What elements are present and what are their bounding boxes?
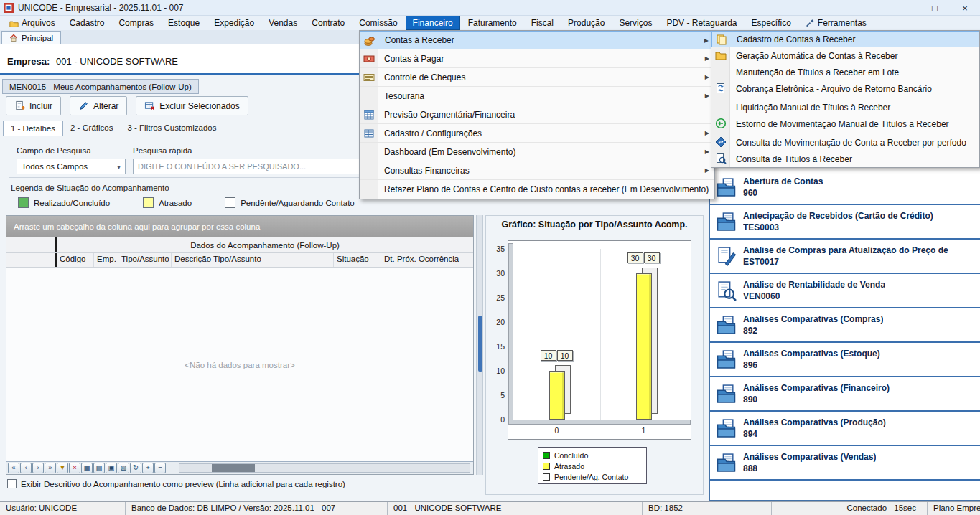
- maximize-button[interactable]: □: [920, 0, 950, 16]
- menu-contrato[interactable]: Contrato: [305, 16, 351, 30]
- menu-pdv-retaguarda[interactable]: PDV - Retaguarda: [660, 16, 743, 30]
- sidebar-item-comparativas-compras[interactable]: Análises Comparativas (Compras)892: [710, 308, 980, 343]
- tab-filtros-customizados[interactable]: 3 - Filtros Customizados: [120, 121, 223, 136]
- nav-first-button[interactable]: «: [8, 463, 19, 473]
- menu-expedicao[interactable]: Expedição: [207, 16, 261, 30]
- expand-button[interactable]: +: [142, 463, 154, 473]
- sidebar-item-comparativas-vendas[interactable]: Análises Comparativas (Vendas)888: [710, 446, 980, 481]
- menu-item-contas-a-receber[interactable]: Contas à Receber ▶: [360, 31, 714, 49]
- y-axis-tick: 25: [486, 293, 505, 302]
- close-button[interactable]: ×: [950, 0, 980, 16]
- grid-view-button[interactable]: ▦: [81, 463, 93, 473]
- menu-compras[interactable]: Compras: [112, 16, 160, 30]
- filter-button[interactable]: ▼: [57, 463, 68, 473]
- column-header-emp[interactable]: Emp.: [94, 253, 118, 267]
- column-header-situacao[interactable]: Situação: [334, 253, 381, 267]
- export-button[interactable]: ▧: [118, 463, 129, 473]
- sidebar-item-antecipacao-de-recebidos[interactable]: Antecipação de Recebidos (Cartão de Créd…: [710, 205, 980, 240]
- refresh-button[interactable]: ↻: [130, 463, 141, 473]
- submenu-item-estorno-movimentacao[interactable]: Estorno de Movimentação Manual de Título…: [711, 115, 979, 132]
- coins-icon: [364, 35, 375, 47]
- submenu-item-liquidacao-manual[interactable]: Liquidação Manual de Títulos à Receber: [711, 99, 979, 115]
- grid-body: <Não há dados para mostrar>: [6, 268, 473, 461]
- grid-corner: [6, 237, 57, 252]
- tab-principal[interactable]: Principal: [1, 31, 61, 44]
- menu-financeiro[interactable]: Financeiro: [406, 16, 460, 30]
- menu-fiscal[interactable]: Fiscal: [525, 16, 560, 30]
- menu-item-label: Estorno de Movimentação Manual de Título…: [736, 119, 949, 129]
- menu-arquivos[interactable]: Arquivos: [3, 16, 62, 30]
- program-title: Análises Comparativas (Estoque): [743, 349, 880, 359]
- nav-next-button[interactable]: ›: [32, 463, 44, 473]
- menu-faturamento[interactable]: Faturamento: [462, 16, 523, 30]
- menu-item-controle-de-cheques[interactable]: Controle de Cheques ▶: [360, 68, 714, 87]
- submenu-item-manutencao-titulos-lote[interactable]: Manutenção de Títulos a Receber em Lote: [711, 64, 979, 80]
- layout-button[interactable]: ▤: [93, 463, 105, 473]
- house-icon: [9, 34, 18, 42]
- program-title: Abertura de Contas: [743, 176, 823, 186]
- menu-item-previsao-orcamentaria[interactable]: Previsão Orçamentária/Financeira: [360, 105, 714, 124]
- sidebar-item-comparativas-financeiro[interactable]: Análises Comparativas (Financeiro)890: [710, 377, 980, 412]
- menu-item-contas-a-pagar[interactable]: Contas à Pagar ▶: [360, 49, 714, 68]
- menu-item-refazer-plano-de-contas[interactable]: Refazer Plano de Contas e Centro de Cust…: [360, 180, 714, 199]
- menu-item-label: Cadastro de Contas à Receber: [737, 34, 855, 44]
- sidebar-item-analise-de-compras[interactable]: Análise de Compras para Atualização do P…: [710, 240, 980, 274]
- collapse-button[interactable]: −: [154, 463, 166, 473]
- button-label: Incluir: [29, 101, 52, 111]
- submenu-item-geracao-automatica[interactable]: Geração Automática de Contas à Receber: [711, 47, 979, 64]
- sidebar-item-analise-rentabilidade[interactable]: Análise de Rentabilidade de VendaVEN0060: [710, 274, 980, 308]
- tab-graficos[interactable]: 2 - Gráficos: [63, 121, 120, 136]
- sidebar-item-abertura-de-contas[interactable]: Abertura de Contas960: [710, 171, 980, 205]
- menu-label: Ferramentas: [818, 18, 867, 28]
- minimize-button[interactable]: –: [890, 0, 920, 16]
- grid-band-title: Dados do Acompanhamento (Follow-Up): [57, 237, 473, 252]
- clear-filter-button[interactable]: ×: [69, 463, 80, 473]
- nav-last-button[interactable]: »: [45, 463, 56, 473]
- menu-item-consultas-financeiras[interactable]: Consultas Financeiras ▶: [360, 161, 714, 180]
- menu-servicos[interactable]: Serviços: [612, 16, 658, 30]
- submenu-item-consulta-titulos[interactable]: Consulta de Títulos à Receber: [711, 151, 979, 167]
- menu-cadastro[interactable]: Cadastro: [63, 16, 111, 30]
- column-header-descricao[interactable]: Descrição Tipo/Assunto: [172, 253, 334, 267]
- program-code: 896: [743, 360, 880, 370]
- status-plan: Plano Empres: [928, 502, 980, 515]
- nav-prior-button[interactable]: ‹: [20, 463, 32, 473]
- panel-splitter[interactable]: [476, 215, 483, 475]
- menu-producao[interactable]: Produção: [561, 16, 611, 30]
- alterar-button[interactable]: Alterar: [70, 96, 127, 115]
- sidebar-item-comparativas-producao[interactable]: Análises Comparativas (Produção)894: [710, 412, 980, 446]
- menubar: Arquivos Cadastro Compras Estoque Expedi…: [0, 16, 980, 30]
- excluir-selecionados-button[interactable]: Excluir Selecionados: [136, 96, 248, 115]
- series-label: Atrasado: [554, 462, 584, 471]
- submenu-item-consulta-movimentacao[interactable]: Consulta de Movimentação de Conta a Rece…: [711, 134, 979, 151]
- menu-item-tesouraria[interactable]: Tesouraria ▶: [360, 87, 714, 105]
- menu-item-cadastro-configuracoes[interactable]: Cadastro / Configurações ▶: [360, 124, 714, 143]
- preview-checkbox[interactable]: [7, 479, 17, 488]
- campo-pesquisa-select[interactable]: Todos os Campos ▾: [17, 159, 126, 174]
- tab-men0015-followup[interactable]: MEN0015 - Meus Acompanhamentos (Follow-U…: [2, 79, 199, 94]
- chart-title: Gráfico: Situação por Tipo/Assunto Acomp…: [486, 219, 703, 230]
- column-header-tipo-assunto[interactable]: Tipo/Assunto: [118, 253, 172, 267]
- incluir-button[interactable]: Incluir: [6, 96, 61, 115]
- submenu-item-cadastro-contas-receber[interactable]: Cadastro de Contas à Receber: [711, 31, 979, 47]
- submenu-item-cobranca-eletronica[interactable]: Cobrança Eletrônica - Arquivo de Retorno…: [711, 80, 979, 97]
- tab-detalhes[interactable]: 1 - Detalhes: [3, 121, 63, 136]
- doc-search-icon: [715, 153, 727, 164]
- grid-groupby-bar[interactable]: Arraste um cabeçalho da coluna aqui para…: [6, 216, 473, 237]
- menu-vendas[interactable]: Vendas: [262, 16, 304, 30]
- window-title: UNICODE - Empresarial - 2025.11.01 - 007: [18, 3, 184, 13]
- column-header-dt-prox-ocorrencia[interactable]: Dt. Próx. Ocorrência: [381, 253, 473, 267]
- scrollbar-thumb[interactable]: [212, 464, 255, 472]
- chart-legend-item: Atrasado: [543, 460, 646, 471]
- menu-estoque[interactable]: Estoque: [162, 16, 206, 30]
- splitter-grip[interactable]: [478, 316, 482, 372]
- menu-ferramentas[interactable]: Ferramentas: [799, 16, 873, 30]
- chart-legend: Concluído Atrasado Pendente/Ag. Contato: [538, 447, 647, 484]
- horizontal-scrollbar[interactable]: [179, 463, 470, 473]
- menu-comissao[interactable]: Comissão: [353, 16, 403, 30]
- save-layout-button[interactable]: ▣: [106, 463, 117, 473]
- menu-item-dashboard[interactable]: Dashboard (Em Desenvolvimento) ▶: [360, 143, 714, 161]
- menu-especifico[interactable]: Específico: [745, 16, 797, 30]
- column-header-codigo[interactable]: Código: [57, 253, 94, 267]
- sidebar-item-comparativas-estoque[interactable]: Análises Comparativas (Estoque)896: [710, 343, 980, 377]
